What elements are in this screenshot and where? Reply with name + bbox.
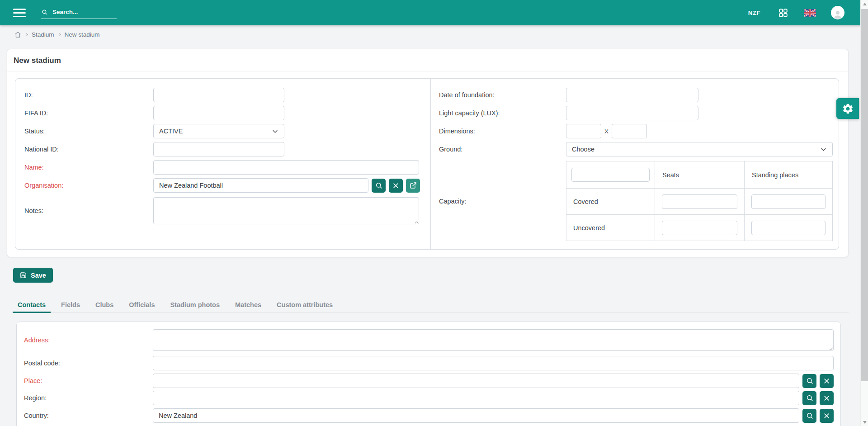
org-code-label[interactable]: NZF [748,9,760,16]
contacts-card: Address: Postal code: Place: Region: [16,322,841,426]
id-label: ID: [24,91,153,99]
hamburger-icon [13,9,26,17]
uncovered-standing-places-input[interactable] [751,221,826,235]
scrollbar-thumb[interactable] [861,9,868,381]
topbar-right-cluster: NZF [748,6,844,19]
organisation-clear-button[interactable] [389,179,403,193]
search-icon [806,412,813,419]
capacity-row-covered: Covered [566,189,655,215]
date-of-foundation-input[interactable] [566,88,698,102]
uncovered-seats-input[interactable] [662,221,737,235]
ground-label: Ground: [439,146,566,153]
topbar-search [41,7,117,19]
address-textarea[interactable] [153,329,834,351]
table-row: Uncovered [566,215,833,241]
language-flag-button[interactable] [804,9,816,17]
stadium-form-left: ID: FIFA ID: Status: ACTIVE [15,79,431,249]
stadium-card: New stadium ID: FIFA ID: Status: ACTIVE [7,49,849,257]
region-input[interactable] [153,391,799,405]
notes-label: Notes: [24,207,153,214]
scrollbar-up-arrow[interactable] [861,0,868,8]
organisation-open-button[interactable] [406,179,420,193]
dimension-length-input[interactable] [612,124,647,138]
external-link-icon [410,182,417,189]
notes-textarea[interactable] [153,197,419,224]
breadcrumb: Stadium New stadium [0,25,868,43]
tab-clubs[interactable]: Clubs [90,298,118,313]
capacity-header-input[interactable] [571,168,650,182]
user-avatar[interactable] [831,6,844,19]
menu-toggle-button[interactable] [12,7,27,19]
region-search-button[interactable] [802,391,816,405]
search-input[interactable] [52,8,116,16]
ground-select[interactable]: Choose [566,142,833,156]
organisation-search-button[interactable] [372,179,386,193]
tab-matches[interactable]: Matches [230,298,266,313]
uk-flag-icon [804,9,816,17]
status-label: Status: [24,128,153,135]
breadcrumb-item-new-stadium: New stadium [65,31,100,38]
national-id-input[interactable] [153,142,284,156]
table-row: Covered [566,189,833,215]
status-selected-value: ACTIVE [159,128,183,135]
tabs-bar: Contacts Fields Clubs Officials Stadium … [13,298,849,313]
light-capacity-input[interactable] [566,106,698,120]
status-select[interactable]: ACTIVE [153,124,284,138]
country-clear-button[interactable] [820,409,834,423]
place-input[interactable] [153,374,799,388]
ground-selected-value: Choose [572,146,594,153]
place-search-button[interactable] [802,374,816,388]
capacity-col-seats: Seats [655,161,745,189]
capacity-table: Seats Standing places Covered Uncovered [566,161,833,241]
apps-menu-button[interactable] [779,9,788,17]
apps-grid-icon [779,9,788,17]
organisation-label: Organisation: [24,182,153,189]
covered-seats-input[interactable] [662,194,737,209]
postal-code-input[interactable] [153,356,834,370]
search-icon [42,9,47,15]
topbar: NZF [0,0,868,25]
organisation-input[interactable] [153,178,368,193]
scrollbar-down-arrow[interactable] [861,418,868,426]
dimension-width-input[interactable] [566,124,601,138]
light-capacity-label: Light capacity (LUX): [439,109,566,117]
postal-code-label: Postal code: [24,360,153,367]
settings-fab-button[interactable] [836,98,859,119]
tab-officials[interactable]: Officials [124,298,160,313]
place-label: Place: [24,377,153,384]
country-input[interactable] [153,408,799,423]
country-search-button[interactable] [802,409,816,423]
capacity-label: Capacity: [439,198,566,205]
name-label: Name: [24,164,153,171]
tab-custom-attributes[interactable]: Custom attributes [272,298,338,313]
page-title: New stadium [7,49,848,71]
place-clear-button[interactable] [820,374,834,388]
capacity-row-uncovered: Uncovered [566,215,655,241]
home-icon[interactable] [14,31,21,38]
region-clear-button[interactable] [820,391,834,405]
covered-standing-places-input[interactable] [751,194,826,209]
tab-stadium-photos[interactable]: Stadium photos [165,298,225,313]
save-button-label: Save [31,272,46,279]
x-icon [823,395,830,402]
breadcrumb-separator [57,33,61,36]
breadcrumb-item-stadium[interactable]: Stadium [32,31,54,38]
gear-icon [842,103,854,115]
page-scrollbar[interactable] [860,0,868,426]
date-of-foundation-label: Date of foundation: [439,91,566,99]
tab-fields[interactable]: Fields [56,298,85,313]
search-icon [806,377,813,384]
fifa-id-input[interactable] [153,106,284,120]
national-id-label: National ID: [24,146,153,153]
x-icon [823,412,830,419]
tab-contacts[interactable]: Contacts [13,298,51,313]
name-input[interactable] [153,160,419,175]
dimensions-label: Dimensions: [439,128,566,135]
breadcrumb-separator [25,33,28,36]
id-input[interactable] [153,88,284,102]
chevron-down-icon [820,146,827,153]
region-label: Region: [24,394,153,402]
capacity-col-standing-places: Standing places [745,161,833,189]
save-button[interactable]: Save [13,268,53,283]
search-icon [806,394,813,402]
